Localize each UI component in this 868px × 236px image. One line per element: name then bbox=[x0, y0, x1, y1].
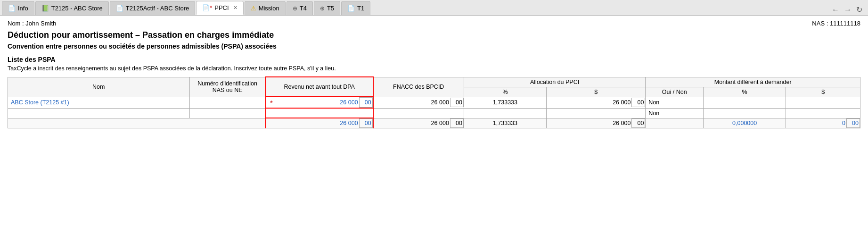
tab-t2125actif-label: T2125Actif - ABC Store bbox=[126, 5, 189, 12]
row2-montant-ouinon[interactable]: Non bbox=[646, 108, 704, 118]
section-title: Liste des PSPA bbox=[8, 56, 860, 63]
row1-alloc-dollar-main: 26 000 bbox=[547, 98, 632, 107]
total-montant-ouinon bbox=[646, 118, 704, 128]
row2-montant-dollar[interactable] bbox=[786, 108, 860, 118]
row1-alloc-dollar-dec: 00 bbox=[632, 98, 645, 107]
pspa-table: Nom Numéro d'identification NAS ou NE Re… bbox=[8, 76, 860, 128]
row2-revenu[interactable] bbox=[266, 108, 373, 118]
col-nom-header: Nom bbox=[8, 77, 190, 97]
tab-mission-icon: ⚠ bbox=[251, 5, 256, 12]
nav-back-button[interactable]: ← bbox=[830, 5, 841, 15]
row2-fnacc[interactable] bbox=[373, 108, 464, 118]
total-alloc-dollar-dec: 00 bbox=[632, 119, 645, 128]
row1-fnacc-main: 26 000 bbox=[374, 98, 450, 107]
total-montant-dollar: 0 00 bbox=[786, 118, 860, 128]
total-fnacc-dec: 00 bbox=[450, 119, 463, 128]
row2-alloc-dollar[interactable] bbox=[547, 108, 646, 118]
tab-mission-label: Mission bbox=[259, 5, 279, 12]
row1-montant-dollar[interactable] bbox=[786, 97, 860, 108]
col-fnacc-header: FNACC des BPCID bbox=[373, 77, 464, 97]
tab-t1[interactable]: 📄 T1 bbox=[341, 1, 370, 15]
section-desc: TaxCycle a inscrit des renseignements au… bbox=[8, 65, 860, 72]
row2-numero[interactable] bbox=[189, 108, 266, 118]
col-montant-pct-header: % bbox=[704, 87, 786, 97]
tab-t1-label: T1 bbox=[357, 5, 364, 12]
tab-ppci-close[interactable]: ✕ bbox=[233, 5, 237, 11]
nas-label: NAS : 111111118 bbox=[812, 20, 860, 27]
nom-label: Nom : John Smith bbox=[8, 20, 56, 27]
total-revenu-dec: 00 bbox=[359, 119, 372, 128]
tab-t2125-icon: 📗 bbox=[41, 5, 49, 12]
nav-forward-button[interactable]: → bbox=[842, 5, 853, 15]
row1-revenu-main[interactable]: 26 000 bbox=[274, 98, 359, 108]
row1-fnacc-dec: 00 bbox=[450, 98, 463, 107]
total-fnacc: 26 000 00 bbox=[373, 118, 464, 128]
row2-nom[interactable] bbox=[8, 108, 190, 118]
col-montant-dollar-header: $ bbox=[786, 87, 860, 97]
tab-info-icon: 📄 bbox=[8, 5, 16, 12]
total-revenu: 26 000 00 bbox=[266, 118, 373, 128]
total-dollar-dec: 00 bbox=[847, 119, 860, 128]
row1-revenu-dec[interactable]: 00 bbox=[359, 98, 372, 108]
total-alloc-dollar: 26 000 00 bbox=[547, 118, 646, 128]
row1-montant-pct[interactable] bbox=[704, 97, 786, 108]
col-alloc-pct-header: % bbox=[464, 87, 546, 97]
row2-alloc-pct[interactable] bbox=[464, 108, 546, 118]
total-dollar-main: 0 bbox=[786, 119, 846, 128]
total-label bbox=[8, 118, 266, 128]
tab-t2125actif-icon: 📄 bbox=[116, 5, 123, 12]
tab-ppci[interactable]: 📄* PPCI ✕ bbox=[196, 1, 243, 15]
tab-info[interactable]: 📄 Info bbox=[2, 1, 34, 15]
row1-montant-ouinon[interactable]: Non bbox=[646, 97, 704, 108]
col-revenu-header: Revenu net avant tout DPA bbox=[266, 77, 373, 97]
col-montant-header: Montant différent à demander bbox=[646, 77, 860, 87]
tab-ppci-label: PPCI bbox=[214, 4, 229, 11]
tab-t2125-label: T2125 - ABC Store bbox=[51, 5, 103, 12]
row1-revenu: * 26 000 00 bbox=[266, 97, 373, 108]
tab-t1-icon: 📄 bbox=[347, 5, 355, 12]
tab-bar: 📄 Info 📗 T2125 - ABC Store 📄 T2125Actif … bbox=[0, 0, 868, 16]
table-row: ABC Store (T2125 #1) * 26 000 00 bbox=[8, 97, 860, 108]
tab-t5[interactable]: ⊕ T5 bbox=[314, 1, 340, 15]
row1-fnacc: 26 000 00 bbox=[373, 97, 464, 108]
tab-t2125actif[interactable]: 📄 T2125Actif - ABC Store bbox=[110, 1, 195, 15]
main-content: Nom : John Smith NAS : 111111118 Déducti… bbox=[0, 16, 868, 136]
tab-mission[interactable]: ⚠ Mission bbox=[245, 1, 286, 15]
tab-t2125[interactable]: 📗 T2125 - ABC Store bbox=[35, 1, 109, 15]
tab-nav-controls: ← → ↻ bbox=[830, 4, 866, 15]
total-row: 26 000 00 26 000 00 1,733333 bbox=[8, 118, 860, 128]
tab-ppci-icon: 📄* bbox=[202, 4, 212, 11]
row1-numero[interactable] bbox=[189, 97, 266, 108]
total-fnacc-main: 26 000 bbox=[374, 119, 450, 128]
row1-alloc-dollar: 26 000 00 bbox=[547, 97, 646, 108]
total-alloc-dollar-main: 26 000 bbox=[547, 119, 632, 128]
tab-t5-icon: ⊕ bbox=[320, 5, 325, 12]
row1-revenu-asterisk: * bbox=[266, 98, 274, 108]
tab-info-label: Info bbox=[18, 5, 28, 12]
total-revenu-main: 26 000 bbox=[266, 119, 359, 128]
total-alloc-pct: 1,733333 bbox=[464, 118, 546, 128]
tab-t5-label: T5 bbox=[327, 5, 334, 12]
row1-alloc-pct: 1,733333 bbox=[464, 97, 546, 108]
nav-refresh-button[interactable]: ↻ bbox=[854, 4, 864, 15]
tab-t4[interactable]: ⊕ T4 bbox=[287, 1, 313, 15]
col-montant-ouinon-header: Oui / Non bbox=[646, 87, 704, 97]
tab-t4-icon: ⊕ bbox=[293, 5, 297, 12]
page-subtitle: Convention entre personnes ou sociétés d… bbox=[8, 42, 860, 50]
col-alloc-dollar-header: $ bbox=[547, 87, 646, 97]
table-row: Non bbox=[8, 108, 860, 118]
info-row: Nom : John Smith NAS : 111111118 bbox=[8, 20, 860, 27]
row2-montant-pct[interactable] bbox=[704, 108, 786, 118]
col-numero-header: Numéro d'identification NAS ou NE bbox=[189, 77, 266, 97]
tab-t4-label: T4 bbox=[300, 5, 307, 12]
row1-nom[interactable]: ABC Store (T2125 #1) bbox=[8, 97, 190, 108]
total-montant-pct: 0,000000 bbox=[704, 118, 786, 128]
page-title: Déduction pour amortissement – Passation… bbox=[8, 30, 860, 41]
col-allocation-header: Allocation du PPCI bbox=[464, 77, 646, 87]
